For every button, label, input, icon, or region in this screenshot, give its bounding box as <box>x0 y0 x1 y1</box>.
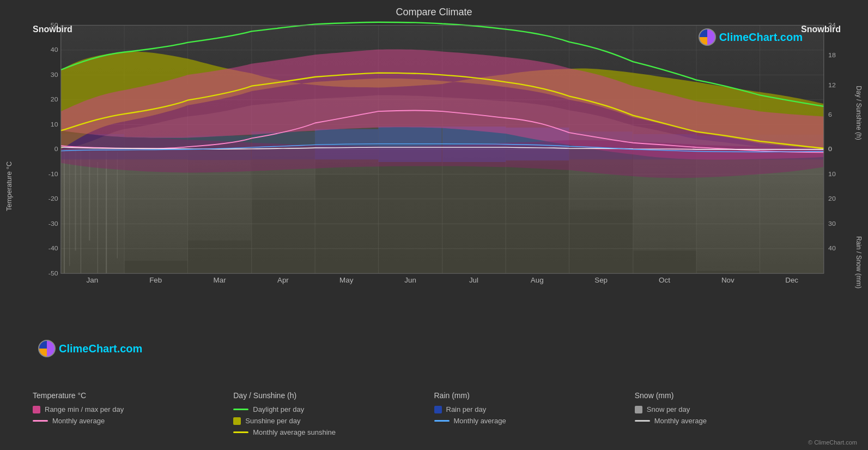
sunshine-avg-swatch <box>233 431 248 433</box>
legend-temperature: Temperature °C Range min / max per day M… <box>33 391 233 443</box>
svg-text:Jul: Jul <box>469 277 478 284</box>
copyright: © ClimeChart.com <box>808 439 857 446</box>
legend-snow-per-day: Snow per day <box>635 405 835 413</box>
brand-text-top: ClimeChart.com <box>719 31 803 44</box>
right-axis-top-label: Day / Sunshine (h) <box>855 86 863 140</box>
svg-text:Feb: Feb <box>149 277 162 284</box>
svg-text:-10: -10 <box>48 171 58 177</box>
legend-sunshine-per-day-label: Sunshine per day <box>245 417 300 425</box>
legend-temp-avg: Monthly average <box>33 417 233 425</box>
svg-text:0: 0 <box>828 146 832 152</box>
page-title: Compare Climate <box>0 0 868 20</box>
legend-snow: Snow (mm) Snow per day Monthly average <box>635 391 835 443</box>
svg-text:40: 40 <box>51 46 58 53</box>
legend-rain: Rain (mm) Rain per day Monthly average <box>434 391 635 443</box>
legend-sunshine-title: Day / Sunshine (h) <box>233 391 434 400</box>
location-label-left: Snowbird <box>33 25 72 34</box>
legend-temp-avg-label: Monthly average <box>52 417 105 425</box>
y-axis-right-bottom: 0 10 20 30 40 <box>828 146 836 251</box>
svg-text:30: 30 <box>51 71 58 78</box>
svg-text:May: May <box>339 277 354 284</box>
temp-range-swatch <box>33 406 40 413</box>
svg-text:Oct: Oct <box>659 277 670 284</box>
legend-snow-avg: Monthly average <box>635 417 835 425</box>
sunshine-swatch <box>233 417 241 425</box>
svg-text:18: 18 <box>828 51 836 58</box>
legend-rain-avg-label: Monthly average <box>454 417 506 425</box>
legend-sunshine-avg: Monthly average sunshine <box>233 428 434 436</box>
svg-text:20: 20 <box>828 195 836 202</box>
temp-avg-swatch <box>33 420 48 422</box>
brand-text-bottom: ClimeChart.com <box>59 343 142 355</box>
svg-text:40: 40 <box>828 245 836 251</box>
y-axis-left: 50 40 30 20 10 0 -10 -20 -30 -40 -50 <box>48 22 58 277</box>
legend-temp-title: Temperature °C <box>33 391 233 400</box>
legend-sunshine-avg-label: Monthly average sunshine <box>253 428 336 436</box>
svg-text:6: 6 <box>828 111 832 118</box>
brand-logo-bottom: ClimeChart.com <box>38 340 142 357</box>
rain-avg-swatch <box>434 420 450 422</box>
daylight-swatch <box>233 409 248 410</box>
svg-text:Sep: Sep <box>594 277 608 284</box>
y-axis-right-top: 24 18 12 6 0 <box>828 22 836 153</box>
legend-rain-per-day: Rain per day <box>434 405 635 413</box>
page-container: Compare Climate Temperature °C Day / Sun… <box>0 0 868 450</box>
svg-text:20: 20 <box>51 96 58 103</box>
legend-sunshine: Day / Sunshine (h) Daylight per day Suns… <box>233 391 434 443</box>
legend-daylight-label: Daylight per day <box>253 405 304 413</box>
brand-icon-top <box>699 28 716 46</box>
svg-text:-20: -20 <box>48 195 58 202</box>
legend-temp-range: Range min / max per day <box>33 405 233 413</box>
snow-swatch <box>635 406 642 413</box>
legend-snow-per-day-label: Snow per day <box>647 405 690 413</box>
location-label-right: Snowbird <box>801 25 841 34</box>
legend-rain-avg: Monthly average <box>434 417 635 425</box>
svg-text:Apr: Apr <box>277 277 289 284</box>
brand-logo-top: ClimeChart.com <box>699 28 803 46</box>
svg-text:-50: -50 <box>48 270 58 277</box>
rain-swatch <box>434 406 442 413</box>
svg-text:30: 30 <box>828 220 836 227</box>
right-axis-bottom-label: Rain / Snow (mm) <box>855 236 863 289</box>
chart-svg: 50 40 30 20 10 0 -10 -20 -30 -40 -50 24 … <box>27 20 846 304</box>
svg-text:Jan: Jan <box>87 277 99 284</box>
svg-text:0: 0 <box>54 146 58 152</box>
svg-text:Dec: Dec <box>785 277 798 284</box>
snow-avg-swatch <box>635 420 650 422</box>
svg-text:Nov: Nov <box>721 277 735 284</box>
legend-snow-title: Snow (mm) <box>635 391 835 400</box>
svg-text:10: 10 <box>51 121 58 128</box>
brand-icon-bottom <box>38 340 56 357</box>
left-axis-label: Temperature °C <box>5 161 14 211</box>
legend-rain-per-day-label: Rain per day <box>446 405 487 413</box>
legend-temp-range-label: Range min / max per day <box>45 405 124 413</box>
svg-text:Jun: Jun <box>404 277 416 284</box>
legend-rain-title: Rain (mm) <box>434 391 635 400</box>
svg-text:12: 12 <box>828 81 836 88</box>
legend-sunshine-per-day: Sunshine per day <box>233 417 434 425</box>
svg-text:-30: -30 <box>48 220 58 227</box>
legend-daylight: Daylight per day <box>233 405 434 413</box>
svg-text:Aug: Aug <box>531 277 544 284</box>
x-axis-labels: Jan Feb Mar Apr May Jun Jul Aug Sep Oct … <box>87 277 799 284</box>
svg-text:Mar: Mar <box>214 277 227 284</box>
legend-area: Temperature °C Range min / max per day M… <box>0 385 868 450</box>
legend-snow-avg-label: Monthly average <box>654 417 707 425</box>
svg-text:-40: -40 <box>48 245 58 251</box>
svg-text:10: 10 <box>828 171 836 177</box>
